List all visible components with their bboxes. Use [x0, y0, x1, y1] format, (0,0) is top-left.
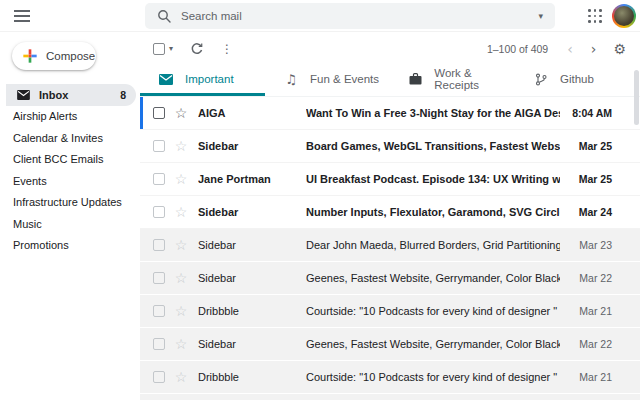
- tab-label: Fun & Events: [310, 73, 379, 85]
- hamburger-menu-icon[interactable]: [14, 10, 30, 22]
- music-icon: ♫: [284, 73, 298, 86]
- email-sender: AIGA: [198, 107, 306, 119]
- newer-page-icon[interactable]: ‹: [564, 42, 576, 56]
- email-row[interactable]: ☆ Jane Portman UI Breakfast Podcast. Epi…: [140, 163, 640, 196]
- refresh-icon[interactable]: [190, 42, 204, 56]
- star-icon[interactable]: ☆: [173, 337, 189, 351]
- tab-fun-events[interactable]: ♫ Fun & Events: [265, 65, 390, 96]
- email-row[interactable]: ☆ Dribbble Courtside: "10 Podcasts for e…: [140, 361, 640, 394]
- star-icon[interactable]: ☆: [173, 304, 189, 318]
- email-date: Mar 25: [570, 140, 612, 152]
- sidebar: Compose Inbox 8 Airship Alerts Calendar …: [0, 32, 140, 400]
- email-row[interactable]: ☆ Sidebar Dear John Maeda, Blurred Borde…: [140, 229, 640, 262]
- scrollbar-thumb[interactable]: [634, 70, 639, 125]
- email-checkbox[interactable]: [153, 371, 165, 383]
- older-page-icon[interactable]: ›: [588, 42, 600, 56]
- list-toolbar: ▾ ⋮ 1–100 of 409 ‹ › ⚙: [140, 32, 640, 65]
- search-options-caret-icon[interactable]: ▾: [538, 12, 543, 21]
- star-icon[interactable]: ☆: [173, 139, 189, 153]
- email-subject: Dear John Maeda, Blurred Borders, Grid P…: [306, 239, 560, 251]
- email-sender: Sidebar: [198, 206, 306, 218]
- email-date: Mar 22: [570, 272, 612, 284]
- compose-button[interactable]: Compose: [12, 42, 96, 70]
- unread-count-badge: 8: [120, 89, 126, 101]
- tab-label: Important: [185, 73, 234, 85]
- sidebar-nav: Inbox 8 Airship Alerts Calendar & Invite…: [0, 84, 140, 256]
- select-caret-icon[interactable]: ▾: [169, 45, 173, 53]
- pagination-label: 1–100 of 409: [487, 43, 548, 55]
- tab-label: Work & Receipts: [434, 67, 515, 91]
- email-date: Mar 21: [570, 305, 612, 317]
- email-subject: Geenes, Fastest Website, Gerrymander, Co…: [306, 338, 560, 350]
- plus-icon: [22, 48, 38, 64]
- email-row[interactable]: ☆ Sidebar Geenes, Fastest Website, Gerry…: [140, 262, 640, 295]
- email-date: Mar 23: [570, 239, 612, 251]
- email-sender: Dribbble: [198, 371, 306, 383]
- select-all-checkbox[interactable]: [153, 43, 165, 55]
- email-subject: Courtside: "10 Podcasts for every kind o…: [306, 305, 560, 317]
- star-icon[interactable]: ☆: [173, 205, 189, 219]
- star-icon[interactable]: ☆: [173, 271, 189, 285]
- email-row[interactable]: ☆ Sidebar Geenes, Fastest Website, Gerry…: [140, 394, 640, 400]
- email-subject: Courtside: "10 Podcasts for every kind o…: [306, 371, 560, 383]
- email-subject: Geenes, Fastest Website, Gerrymander, Co…: [306, 272, 560, 284]
- email-row[interactable]: ☆ Sidebar Number Inputs, Flexulator, Gar…: [140, 196, 640, 229]
- email-sender: Jane Portman: [198, 173, 306, 185]
- search-icon: [157, 9, 171, 23]
- email-sender: Sidebar: [198, 338, 306, 350]
- search-input[interactable]: [181, 10, 538, 22]
- sidebar-item-promotions[interactable]: Promotions: [0, 235, 140, 257]
- main-pane: ▾ ⋮ 1–100 of 409 ‹ › ⚙ Important ♫ Fun &…: [140, 32, 640, 400]
- email-date: Mar 25: [570, 173, 612, 185]
- email-row[interactable]: ☆ AIGA Want To Win a Free 3-Night Stay f…: [140, 97, 640, 130]
- sidebar-item-infrastructure-updates[interactable]: Infrastructure Updates: [0, 192, 140, 214]
- settings-gear-icon[interactable]: ⚙: [613, 42, 626, 56]
- sidebar-item-airship-alerts[interactable]: Airship Alerts: [0, 106, 140, 128]
- git-branch-icon: [534, 73, 548, 86]
- email-date: 8:04 AM: [570, 107, 612, 119]
- email-checkbox[interactable]: [153, 338, 165, 350]
- tab-github[interactable]: Github: [515, 65, 640, 96]
- email-list: ☆ AIGA Want To Win a Free 3-Night Stay f…: [140, 97, 640, 400]
- sidebar-item-music[interactable]: Music: [0, 213, 140, 235]
- avatar[interactable]: [612, 4, 636, 28]
- sidebar-item-calendar-invites[interactable]: Calendar & Invites: [0, 127, 140, 149]
- email-date: Mar 24: [570, 206, 612, 218]
- compose-label: Compose: [46, 50, 95, 62]
- email-sender: Sidebar: [198, 239, 306, 251]
- tab-important[interactable]: Important: [140, 65, 265, 96]
- search-bar[interactable]: ▾: [145, 3, 555, 29]
- email-row[interactable]: ☆ Sidebar Geenes, Fastest Website, Gerry…: [140, 328, 640, 361]
- sidebar-item-inbox[interactable]: Inbox 8: [6, 84, 136, 106]
- email-checkbox[interactable]: [153, 305, 165, 317]
- header: ▾: [0, 0, 640, 32]
- email-checkbox[interactable]: [153, 173, 165, 185]
- more-options-icon[interactable]: ⋮: [221, 43, 233, 55]
- email-checkbox[interactable]: [153, 272, 165, 284]
- email-checkbox[interactable]: [153, 140, 165, 152]
- star-icon[interactable]: ☆: [173, 172, 189, 186]
- sidebar-item-client-bcc-emails[interactable]: Client BCC Emails: [0, 149, 140, 171]
- envelope-icon: [159, 74, 173, 85]
- star-icon[interactable]: ☆: [173, 106, 189, 120]
- email-sender: Sidebar: [198, 140, 306, 152]
- email-checkbox[interactable]: [153, 239, 165, 251]
- star-icon[interactable]: ☆: [173, 238, 189, 252]
- email-date: Mar 21: [570, 371, 612, 383]
- tab-label: Github: [560, 73, 594, 85]
- email-row[interactable]: ☆ Sidebar Board Games, WebGL Transitions…: [140, 130, 640, 163]
- briefcase-icon: [409, 73, 422, 85]
- inbox-icon: [17, 90, 30, 100]
- email-checkbox[interactable]: [153, 206, 165, 218]
- email-subject: Want To Win a Free 3-Night Stay for the …: [306, 107, 560, 119]
- email-checkbox[interactable]: [153, 107, 165, 119]
- tab-work-receipts[interactable]: Work & Receipts: [390, 65, 515, 96]
- email-date: Mar 22: [570, 338, 612, 350]
- email-sender: Sidebar: [198, 272, 306, 284]
- star-icon[interactable]: ☆: [173, 370, 189, 384]
- email-row[interactable]: ☆ Dribbble Courtside: "10 Podcasts for e…: [140, 295, 640, 328]
- email-sender: Dribbble: [198, 305, 306, 317]
- apps-grid-icon[interactable]: [588, 9, 602, 23]
- email-subject: UI Breakfast Podcast. Episode 134: UX Wr…: [306, 173, 560, 185]
- sidebar-item-events[interactable]: Events: [0, 170, 140, 192]
